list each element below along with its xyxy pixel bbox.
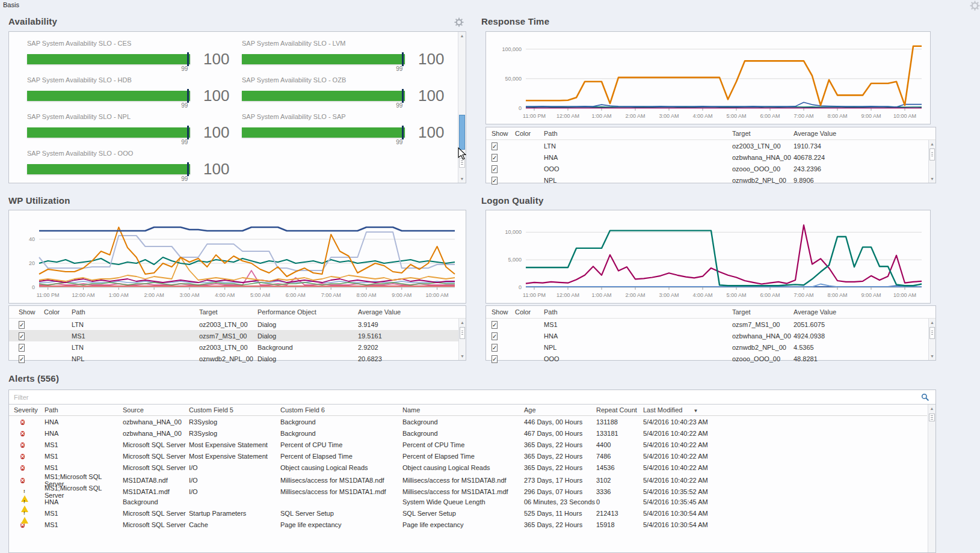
search-icon[interactable] (921, 393, 929, 402)
legend-cell: 4924.0938 (794, 332, 935, 340)
wp-utilization-legend-row[interactable]: ✓LTNoz2003_LTN_00Background2.9202 (9, 341, 466, 353)
alerts-header-row[interactable]: SeverityPathSourceCustom Field 5Custom F… (9, 405, 927, 416)
show-checkbox[interactable]: ✓ (492, 165, 498, 173)
alerts-scrollbar[interactable]: ▲ (928, 405, 935, 552)
wp-utilization-legend: ShowColorPathTargetPerformance ObjectAve… (8, 305, 466, 361)
bullet-bar: 99 (242, 54, 405, 64)
alert-row[interactable]: !HNABackgroundSystem Wide Queue Length06… (9, 496, 927, 507)
alert-row[interactable]: ✕MS1Microsoft SQL ServerI/OObject causin… (9, 462, 927, 473)
show-checkbox[interactable]: ✓ (19, 321, 25, 329)
column-header[interactable]: Custom Field 5 (189, 406, 280, 414)
alert-row[interactable]: ✕MS1Microsoft SQL ServerMost Expensive S… (9, 439, 927, 450)
logon-quality-legend-row[interactable]: ✓NPLoznwdb2_NPL_004.5365 (486, 341, 935, 353)
response-time-legend-row[interactable]: ✓LTNoz2003_LTN_001910.734 (486, 140, 935, 151)
legend-cell: NPL (72, 355, 199, 362)
alert-cell: 365 Days, 22 Hours (524, 464, 596, 471)
legend-cell: LTN (72, 344, 199, 351)
column-header[interactable]: Name (402, 406, 524, 414)
alert-row[interactable]: !MS1;Microsoft SQL ServerMS1DATA1.mdfI/O… (9, 484, 927, 496)
show-checkbox[interactable]: ✓ (492, 177, 498, 185)
wp-utilization-legend-scrollbar[interactable]: ▲▼ (458, 319, 466, 360)
svg-text:5:00 AM: 5:00 AM (726, 113, 746, 119)
alert-row[interactable]: !MS1Microsoft SQL ServerStartup Paramete… (9, 507, 927, 519)
svg-text:3:00 AM: 3:00 AM (659, 113, 679, 119)
scroll-down-icon[interactable]: ▼ (458, 175, 466, 183)
alert-row[interactable]: ✕MS1Microsoft SQL ServerMost Expensive S… (9, 450, 927, 462)
checkbox-cell: ✓ (19, 355, 44, 362)
scroll-thumb[interactable] (929, 148, 935, 160)
availability-gear-icon[interactable] (454, 17, 464, 27)
show-checkbox[interactable]: ✓ (492, 355, 498, 363)
scroll-down-icon[interactable]: ▼ (929, 352, 935, 360)
show-checkbox[interactable]: ✓ (19, 355, 25, 363)
column-header[interactable]: Last Modified▼ (643, 406, 927, 414)
show-checkbox[interactable]: ✓ (19, 332, 25, 340)
availability-scrollbar[interactable]: ▲ ▼ (458, 32, 466, 183)
alert-cell: 7486 (596, 453, 643, 460)
show-checkbox[interactable]: ✓ (492, 332, 498, 340)
alerts-scroll-thumb[interactable] (929, 414, 935, 421)
logon-quality-legend-row[interactable]: ✓MS1ozsm7_MS1_002051.6075 (486, 319, 935, 330)
show-checkbox[interactable]: ✓ (492, 321, 498, 329)
settings-gear-icon[interactable] (970, 1, 980, 11)
response-time-legend-scrollbar[interactable]: ▲▼ (928, 140, 935, 183)
availability-scroll-thumb[interactable] (459, 115, 465, 150)
scroll-up-icon[interactable]: ▲ (929, 140, 935, 148)
svg-text:6:00 AM: 6:00 AM (760, 292, 780, 298)
show-checkbox[interactable]: ✓ (492, 142, 498, 150)
response-time-legend-row[interactable]: ✓NPLoznwdb2_NPL_009.8906 (486, 174, 935, 186)
alert-row[interactable]: ✕MS1;Microsoft SQL ServerMS1DATA8.ndfI/O… (9, 473, 927, 484)
app-title: Basis (3, 1, 19, 8)
alert-cell: Background (402, 418, 524, 426)
scroll-thumb[interactable] (929, 327, 935, 339)
svg-text:9:00 AM: 9:00 AM (392, 292, 411, 298)
scroll-down-icon[interactable]: ▼ (459, 352, 466, 360)
scroll-up-icon[interactable]: ▲ (928, 405, 935, 412)
alert-row[interactable]: ✕HNAozbwhana_HNA_00R3SyslogBackgroundBac… (9, 416, 927, 427)
scroll-up-icon[interactable]: ▲ (458, 32, 466, 40)
svg-text:12:00 AM: 12:00 AM (556, 113, 579, 119)
column-header[interactable]: Severity (14, 406, 45, 414)
column-header: Color (515, 130, 544, 137)
scroll-up-icon[interactable]: ▲ (929, 319, 935, 326)
alert-cell: MS1 (45, 521, 123, 528)
alert-cell: 5/4/2016 10:35:45 AM (643, 498, 927, 506)
alert-cell: 273 Days, 17 Hours (524, 477, 596, 484)
svg-text:11:00 PM: 11:00 PM (523, 292, 546, 298)
bullet-label: SAP System Availability SLO - OZB (242, 73, 457, 84)
alert-cell: MS1DATA1.mdf (123, 488, 189, 495)
svg-text:100,000: 100,000 (502, 46, 522, 52)
column-header[interactable]: Path (45, 406, 123, 414)
scroll-up-icon[interactable]: ▲ (459, 319, 466, 326)
column-header[interactable]: Age (524, 406, 596, 414)
show-checkbox[interactable]: ✓ (492, 344, 498, 352)
scroll-thumb[interactable] (460, 327, 465, 339)
legend-cell: MS1 (72, 332, 199, 340)
logon-quality-legend-scrollbar[interactable]: ▲▼ (928, 319, 935, 360)
logon-quality-legend-row[interactable]: ✓OOOozooo_OOO_0048.8281 (486, 353, 935, 364)
column-header[interactable]: Source (123, 406, 189, 414)
show-checkbox[interactable]: ✓ (19, 344, 25, 352)
alert-cell: Microsoft SQL Server (123, 510, 189, 517)
svg-text:11:00 PM: 11:00 PM (523, 113, 546, 119)
alerts-filter-input[interactable] (9, 390, 935, 404)
response-time-legend-row[interactable]: ✓HNAozbwhana_HNA_0040678.224 (486, 151, 935, 163)
show-checkbox[interactable]: ✓ (492, 154, 498, 162)
logon-quality-legend-row[interactable]: ✓HNAozbwhana_HNA_004924.0938 (486, 330, 935, 341)
response-time-legend-row[interactable]: ✓OOOozooo_OOO_00243.2396 (486, 163, 935, 174)
alert-row[interactable]: ✕MS1Microsoft SQL ServerCachePage life e… (9, 519, 927, 530)
wp-utilization-legend-row[interactable]: ✓NPLoznwdb2_NPL_00Dialog20.6823 (9, 353, 466, 364)
threshold-marker (187, 52, 189, 66)
alert-row[interactable]: ✕HNAozbwhana_HNA_00R3SyslogBackgroundBac… (9, 427, 927, 439)
legend-cell: LTN (72, 321, 199, 328)
column-header[interactable]: Repeat Count (596, 406, 643, 414)
wp-utilization-legend-row[interactable]: ✓LTNoz2003_LTN_00Dialog3.9149 (9, 319, 466, 330)
scroll-down-icon[interactable]: ▼ (929, 175, 935, 183)
legend-cell: NPL (544, 344, 732, 351)
wp-utilization-legend-row[interactable]: ✓MS1ozsm7_MS1_00Dialog19.5161 (9, 330, 466, 341)
column-header: Show (492, 308, 515, 316)
severity-cell: ✕ (14, 463, 45, 472)
sort-desc-icon[interactable]: ▼ (693, 408, 698, 414)
legend-cell: 243.2396 (794, 165, 935, 173)
column-header[interactable]: Custom Field 6 (280, 406, 402, 414)
